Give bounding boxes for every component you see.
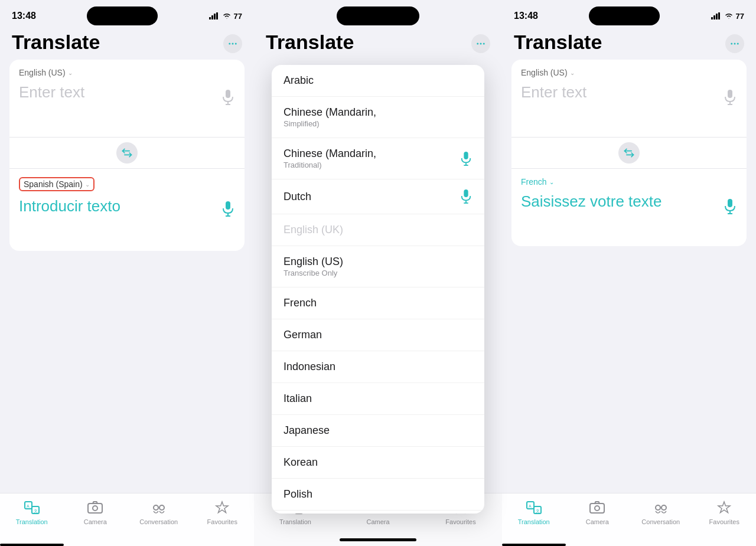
lang-name-2: Chinese (Mandarin, — [284, 148, 376, 160]
right-battery: 77 — [736, 12, 744, 21]
left-target-mic-btn[interactable] — [221, 201, 235, 220]
lang-item-5[interactable]: English (US)Transcribe Only — [272, 246, 484, 287]
lang-item-12[interactable]: Polish — [272, 479, 484, 511]
right-swap-btn[interactable] — [618, 142, 640, 164]
lang-name-7: German — [284, 329, 322, 341]
lang-item-text-11: Korean — [284, 456, 318, 469]
svg-point-4 — [229, 43, 230, 45]
left-source-area[interactable]: English (US) ⌄ Enter text — [9, 60, 245, 138]
lang-item-1[interactable]: Chinese (Mandarin,Simplified) — [272, 97, 484, 138]
lang-item-4[interactable]: English (UK) — [272, 214, 484, 246]
left-source-chevron: ⌄ — [68, 70, 73, 76]
svg-point-58 — [662, 505, 666, 510]
left-tab-bar: A 文 Translation Camera Conversation — [0, 493, 254, 546]
lang-item-2[interactable]: Chinese (Mandarin,Traditional) — [272, 138, 484, 179]
lang-mic-area-3 — [460, 189, 472, 204]
left-time: 13:48 — [12, 11, 36, 21]
left-tab-camera[interactable]: Camera — [64, 499, 128, 525]
left-translated-text: Introducir texto — [19, 197, 235, 215]
right-source-mic-icon — [723, 89, 737, 106]
conversation-tab-icon — [151, 499, 167, 516]
svg-rect-38 — [711, 17, 713, 19]
svg-rect-28 — [464, 189, 468, 197]
right-dynamic-island — [589, 6, 660, 25]
svg-point-18 — [93, 506, 97, 511]
right-source-lang-selector[interactable]: English (US) ⌄ — [521, 68, 737, 77]
right-star-tab-icon — [716, 499, 732, 516]
lang-name-6: French — [284, 297, 317, 309]
lang-name-8: Indonesian — [284, 361, 335, 373]
right-source-area[interactable]: English (US) ⌄ Enter text — [511, 60, 747, 138]
left-tab-favourites-label: Favourites — [207, 518, 237, 525]
svg-marker-21 — [216, 502, 228, 513]
right-target-area[interactable]: French ⌄ Saisissez votre texte — [511, 169, 747, 246]
lang-name-0: Arabic — [284, 74, 314, 87]
right-swap-icon — [623, 147, 635, 159]
lang-item-11[interactable]: Korean — [272, 447, 484, 479]
right-tab-translation[interactable]: A 文 Translation — [502, 499, 566, 525]
left-source-lang-selector[interactable]: English (US) ⌄ — [19, 68, 235, 77]
right-source-mic-btn[interactable] — [723, 89, 737, 108]
svg-text:文: 文 — [34, 509, 38, 513]
right-tab-conversation-label: Conversation — [641, 518, 680, 525]
left-source-lang-label: English (US) — [19, 68, 66, 77]
lang-item-6[interactable]: French — [272, 287, 484, 319]
right-signal-icon — [711, 12, 722, 19]
lang-name-10: Japanese — [284, 424, 330, 437]
lang-item-9[interactable]: Italian — [272, 383, 484, 415]
right-tab-bar: A 文 Translation Camera Conversation — [502, 493, 756, 546]
right-tab-camera-label: Camera — [586, 518, 609, 525]
lang-sub-5: Transcribe Only — [284, 269, 343, 277]
svg-rect-2 — [214, 14, 216, 19]
left-source-placeholder[interactable]: Enter text — [19, 83, 235, 102]
right-source-placeholder[interactable]: Enter text — [521, 83, 737, 102]
svg-rect-3 — [216, 12, 218, 19]
left-tab-conversation[interactable]: Conversation — [127, 499, 191, 525]
right-dots-icon — [729, 38, 740, 49]
left-more-btn[interactable] — [223, 34, 242, 53]
left-tab-translation-label: Translation — [16, 518, 48, 525]
lang-item-text-9: Italian — [284, 393, 312, 405]
lang-item-text-4: English (UK) — [284, 224, 343, 236]
right-tab-camera[interactable]: Camera — [566, 499, 630, 525]
left-tab-translation[interactable]: A 文 Translation — [0, 499, 64, 525]
svg-point-5 — [232, 43, 234, 45]
left-target-area[interactable]: Spanish (Spain) ⌄ Introducir texto — [9, 169, 245, 251]
svg-rect-48 — [728, 199, 732, 207]
left-translate-card: English (US) ⌄ Enter text — [9, 60, 245, 251]
lang-mic-icon-2 — [460, 151, 472, 166]
center-more-btn[interactable] — [471, 34, 490, 53]
left-tab-favourites[interactable]: Favourites — [191, 499, 255, 525]
lang-item-8[interactable]: Indonesian — [272, 351, 484, 383]
left-target-lang-selector[interactable]: Spanish (Spain) ⌄ — [19, 177, 94, 191]
language-dropdown: ArabicChinese (Mandarin,Simplified)Chine… — [272, 65, 484, 514]
lang-item-7[interactable]: German — [272, 319, 484, 351]
svg-point-42 — [731, 43, 732, 45]
right-tab-conversation[interactable]: Conversation — [629, 499, 693, 525]
lang-item-0[interactable]: Arabic — [272, 65, 484, 97]
svg-text:A: A — [529, 504, 532, 508]
lang-item-text-3: Dutch — [284, 191, 311, 203]
lang-item-10[interactable]: Japanese — [272, 415, 484, 447]
left-source-mic-btn[interactable] — [221, 89, 235, 108]
center-tab-translation-label: Translation — [279, 518, 311, 525]
translate-tab-icon: A 文 — [24, 499, 40, 516]
left-source-mic-icon — [221, 89, 235, 106]
left-swap-btn[interactable] — [116, 142, 138, 164]
right-more-btn[interactable] — [725, 34, 744, 53]
center-title: Translate — [266, 31, 354, 54]
right-target-mic-btn[interactable] — [723, 198, 737, 217]
right-target-lang-selector[interactable]: French ⌄ — [521, 177, 737, 187]
left-dynamic-island — [87, 6, 158, 25]
svg-point-22 — [477, 43, 478, 45]
svg-text:A: A — [27, 504, 30, 508]
svg-rect-45 — [728, 90, 732, 98]
lang-item-3[interactable]: Dutch — [272, 179, 484, 214]
right-signal-icons: 77 — [711, 12, 744, 21]
lang-item-text-6: French — [284, 297, 317, 309]
right-tab-favourites[interactable]: Favourites — [693, 499, 757, 525]
lang-item-13[interactable]: Portuguese (Brazil) — [272, 511, 484, 514]
center-panel: Translate ArabicChinese (Mandarin,Simpli… — [254, 0, 502, 546]
svg-point-43 — [734, 43, 736, 45]
right-tab-translation-label: Translation — [518, 518, 550, 525]
